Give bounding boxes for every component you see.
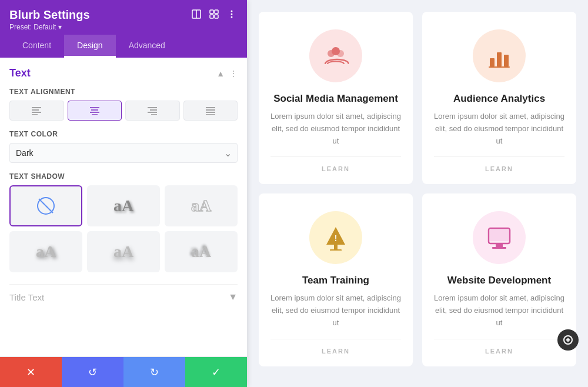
redo-button[interactable]: ↻ [123,357,185,387]
card-training: ! Team Training Lorem ipsum dolor sit am… [259,194,413,366]
align-justify-btn[interactable] [183,101,238,121]
text-section-title: Text [9,67,31,79]
bottom-bar: ✕ ↺ ↻ ✓ [0,356,247,387]
shadow-outline[interactable]: aA [165,185,238,226]
svg-rect-3 [215,10,218,14]
card-desc-2: Lorem ipsum dolor sit amet, adipiscing e… [434,111,564,147]
svg-rect-36 [330,249,342,251]
card-web-dev: Website Development Lorem ipsum dolor si… [422,194,576,366]
svg-rect-39 [490,229,509,241]
shadow-soft1[interactable]: aA [9,231,82,272]
svg-rect-30 [490,58,495,66]
card-title-2: Audience Analytics [453,93,545,105]
title-text-expand-icon[interactable]: ▼ [228,292,238,302]
svg-rect-5 [215,15,218,18]
shadow-soft2[interactable]: aA [87,231,160,272]
tab-advanced[interactable]: Advanced [116,35,178,58]
shadow-hard[interactable]: aA [87,185,160,226]
card-desc-4: Lorem ipsum dolor sit amet, adipiscing e… [434,292,564,329]
panel-tabs: Content Design Advanced [9,35,238,58]
settings-panel: Blurb Settings Preset: Default ▾ [0,0,247,387]
panel-title: Blurb Settings [9,8,90,22]
svg-text:!: ! [335,233,338,243]
svg-rect-2 [210,10,213,14]
text-color-label: Text Color [9,130,238,138]
title-text-label: Title Text [9,292,44,302]
card-social-media: Social Media Management Lorem ipsum dolo… [259,12,413,184]
cards-grid: Social Media Management Lorem ipsum dolo… [259,12,576,366]
svg-line-26 [39,199,53,213]
svg-rect-31 [497,52,502,66]
panel-preset[interactable]: Preset: Default ▾ [9,23,90,31]
svg-rect-33 [489,66,510,68]
text-shadow-label: Text Shadow [9,172,238,181]
svg-rect-35 [334,245,338,249]
svg-rect-4 [210,15,213,18]
card-title-1: Social Media Management [273,93,398,105]
card-title-3: Team Training [302,275,369,286]
shadow-grid: aA aA aA aA aA [9,185,238,272]
alignment-group [9,101,238,121]
right-content: Social Media Management Lorem ipsum dolo… [247,0,588,387]
svg-point-8 [231,16,233,18]
collapse-icon[interactable]: ▲ [216,69,225,78]
svg-point-7 [231,14,233,15]
undo-button[interactable]: ↺ [62,357,123,387]
text-color-select-wrapper: Dark Light ⌄ [9,143,238,163]
card-link-2[interactable]: LEARN [434,156,564,172]
card-link-1[interactable]: LEARN [270,156,401,172]
grid-icon[interactable] [208,8,220,20]
text-section-header: Text ▲ ⋮ [9,67,238,79]
floating-action-button[interactable] [557,329,579,351]
card-desc-3: Lorem ipsum dolor sit amet, adipiscing e… [270,292,401,329]
card-icon-web [473,211,526,264]
align-right-btn[interactable] [125,101,180,121]
panel-header: Blurb Settings Preset: Default ▾ [0,0,247,58]
panel-title-group: Blurb Settings Preset: Default ▾ [9,8,90,31]
svg-rect-42 [492,247,506,249]
svg-point-29 [332,47,340,55]
more-icon[interactable] [226,8,238,20]
shadow-none[interactable] [9,185,82,226]
svg-rect-41 [496,243,503,247]
save-button[interactable]: ✓ [185,357,247,387]
cancel-button[interactable]: ✕ [0,357,62,387]
card-link-4[interactable]: LEARN [434,339,564,355]
card-title-4: Website Development [447,275,551,286]
layout-icon[interactable] [191,8,202,20]
tab-design[interactable]: Design [64,35,116,58]
section-more-icon[interactable]: ⋮ [229,69,238,78]
align-left-btn[interactable] [9,101,64,121]
card-desc-1: Lorem ipsum dolor sit amet, adipiscing e… [270,111,401,147]
align-center-btn[interactable] [68,101,122,121]
text-color-select[interactable]: Dark Light [9,143,238,163]
svg-rect-32 [504,55,509,66]
card-icon-audience [473,29,526,82]
svg-point-6 [231,11,233,12]
panel-header-icons [191,8,238,20]
card-link-3[interactable]: LEARN [270,339,401,355]
title-text-section: Title Text ▼ [9,284,238,309]
panel-body: Text ▲ ⋮ Text Alignment [0,58,247,356]
text-alignment-label: Text Alignment [9,88,238,96]
card-audience: Audience Analytics Lorem ipsum dolor sit… [422,12,576,184]
card-icon-social [309,29,362,82]
tab-content[interactable]: Content [9,35,64,58]
shadow-soft3[interactable]: aA [165,231,238,272]
card-icon-training: ! [309,211,362,264]
section-icons: ▲ ⋮ [216,69,238,78]
